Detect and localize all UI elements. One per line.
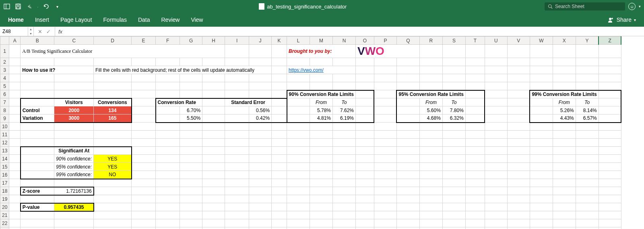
row-header[interactable]: 21 bbox=[0, 211, 9, 219]
cell[interactable] bbox=[156, 211, 180, 219]
cell[interactable]: Conversions bbox=[94, 98, 132, 106]
row-header[interactable]: 14 bbox=[0, 155, 9, 163]
cell[interactable] bbox=[576, 227, 599, 229]
row-header[interactable]: 17 bbox=[0, 179, 9, 187]
cell[interactable] bbox=[442, 163, 465, 171]
cell[interactable] bbox=[287, 171, 310, 179]
cell[interactable] bbox=[576, 123, 599, 131]
cell[interactable] bbox=[442, 187, 465, 195]
cell[interactable] bbox=[310, 227, 333, 229]
cell[interactable] bbox=[530, 139, 553, 147]
cell[interactable] bbox=[272, 163, 287, 171]
name-box-spinner[interactable]: ▲▼ bbox=[28, 27, 34, 36]
cell[interactable] bbox=[132, 179, 156, 187]
cell[interactable] bbox=[180, 163, 202, 171]
cell[interactable] bbox=[287, 58, 310, 66]
cell[interactable] bbox=[465, 179, 485, 187]
cell[interactable] bbox=[419, 219, 442, 227]
cell[interactable] bbox=[287, 139, 310, 147]
col-header[interactable]: K bbox=[272, 37, 287, 45]
cell[interactable] bbox=[156, 195, 180, 203]
cell[interactable] bbox=[94, 187, 132, 195]
cell[interactable] bbox=[180, 187, 202, 195]
cell[interactable] bbox=[419, 179, 442, 187]
cell[interactable] bbox=[507, 195, 530, 203]
cell[interactable] bbox=[333, 147, 356, 155]
cell[interactable] bbox=[180, 171, 202, 179]
cell[interactable] bbox=[249, 195, 272, 203]
cell[interactable] bbox=[180, 82, 202, 90]
cell[interactable] bbox=[310, 211, 333, 219]
col-header[interactable]: V bbox=[507, 37, 530, 45]
cell[interactable] bbox=[419, 66, 442, 74]
cell[interactable] bbox=[272, 82, 287, 90]
cell[interactable] bbox=[310, 163, 333, 171]
cell[interactable] bbox=[576, 211, 599, 219]
cell[interactable] bbox=[599, 114, 621, 123]
cell[interactable] bbox=[94, 82, 132, 90]
cell[interactable] bbox=[507, 82, 530, 90]
cell[interactable] bbox=[553, 123, 576, 131]
cell[interactable] bbox=[485, 74, 507, 82]
cell[interactable] bbox=[576, 58, 599, 66]
cell[interactable] bbox=[54, 211, 94, 219]
cell[interactable]: VWO bbox=[355, 45, 419, 58]
cell[interactable] bbox=[333, 131, 356, 139]
col-header[interactable]: Y bbox=[576, 37, 599, 45]
cell[interactable] bbox=[272, 179, 287, 187]
cell[interactable] bbox=[310, 171, 333, 179]
cell[interactable] bbox=[180, 74, 202, 82]
cell[interactable] bbox=[485, 114, 507, 123]
cell[interactable] bbox=[599, 131, 621, 139]
cell[interactable] bbox=[485, 82, 507, 90]
cell[interactable] bbox=[310, 131, 333, 139]
cell[interactable] bbox=[54, 90, 94, 98]
cell[interactable] bbox=[202, 106, 225, 114]
cell[interactable] bbox=[530, 219, 553, 227]
row-header[interactable]: 10 bbox=[0, 123, 9, 131]
cell[interactable] bbox=[333, 123, 356, 131]
cell[interactable] bbox=[132, 187, 156, 195]
cell[interactable] bbox=[374, 82, 396, 90]
cell[interactable] bbox=[465, 58, 485, 66]
cell[interactable] bbox=[21, 90, 54, 98]
cell[interactable] bbox=[442, 82, 465, 90]
cell[interactable] bbox=[94, 219, 132, 227]
cell[interactable] bbox=[272, 114, 287, 123]
cell[interactable] bbox=[530, 155, 553, 163]
cell[interactable] bbox=[94, 74, 132, 82]
cell[interactable] bbox=[576, 187, 599, 195]
cell[interactable]: 5.60% bbox=[419, 106, 442, 114]
cell[interactable] bbox=[225, 74, 249, 82]
cell[interactable] bbox=[272, 139, 287, 147]
cell[interactable] bbox=[374, 203, 396, 211]
cell[interactable] bbox=[465, 131, 485, 139]
row-header[interactable]: 1 bbox=[0, 45, 9, 58]
cell[interactable] bbox=[21, 219, 54, 227]
cell[interactable] bbox=[21, 139, 54, 147]
cell[interactable] bbox=[202, 179, 225, 187]
cell[interactable] bbox=[530, 58, 553, 66]
cell[interactable] bbox=[396, 211, 419, 219]
cell[interactable] bbox=[465, 219, 485, 227]
cell[interactable] bbox=[442, 147, 465, 155]
cell[interactable]: To bbox=[442, 98, 465, 106]
cell[interactable]: 3000 bbox=[54, 114, 94, 123]
cell[interactable] bbox=[553, 58, 576, 66]
cell[interactable] bbox=[9, 203, 21, 211]
cell[interactable] bbox=[272, 131, 287, 139]
cell[interactable] bbox=[54, 74, 94, 82]
cell[interactable] bbox=[355, 90, 374, 98]
cell[interactable] bbox=[355, 147, 374, 155]
cell[interactable] bbox=[507, 155, 530, 163]
cell[interactable] bbox=[419, 211, 442, 219]
cell[interactable] bbox=[553, 74, 576, 82]
cell[interactable] bbox=[396, 106, 419, 114]
cell[interactable] bbox=[419, 163, 442, 171]
cell[interactable] bbox=[132, 163, 156, 171]
cell[interactable]: 165 bbox=[94, 114, 132, 123]
cell[interactable] bbox=[9, 98, 21, 106]
cell[interactable] bbox=[396, 123, 419, 131]
cell[interactable] bbox=[396, 179, 419, 187]
cell[interactable]: 95% confidence: bbox=[54, 163, 94, 171]
